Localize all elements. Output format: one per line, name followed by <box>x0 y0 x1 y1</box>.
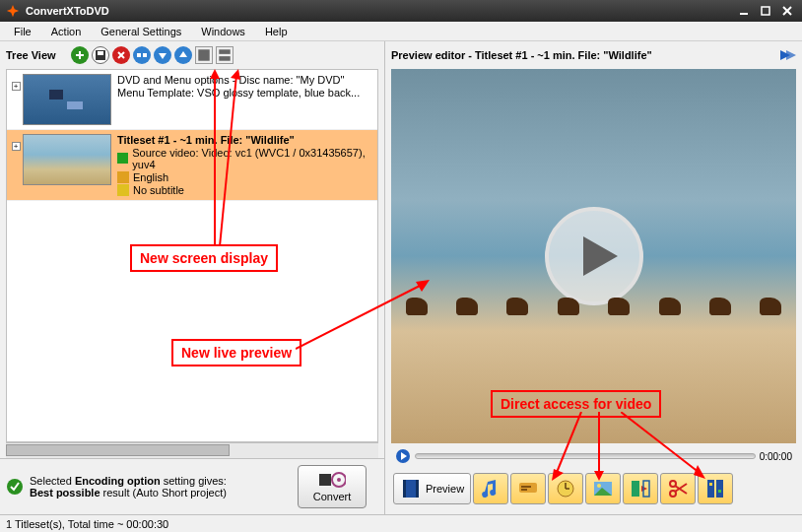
svg-marker-13 <box>159 53 167 59</box>
svg-marker-29 <box>583 236 618 276</box>
dvdmenu-line2: Menu Template: VSO glossy template, blue… <box>117 87 375 99</box>
svg-rect-24 <box>319 474 331 486</box>
dvdmenu-thumbnail <box>23 74 111 125</box>
tree-row-dvdmenu[interactable]: + DVD and Menu options - Disc name: "My … <box>7 70 377 130</box>
clock-icon <box>555 478 576 499</box>
svg-rect-33 <box>403 480 406 498</box>
video-icon <box>117 153 128 165</box>
tree-row-titleset[interactable]: + Titleset #1 - ~1 min. File: "Wildlife"… <box>7 130 377 201</box>
minimize-button[interactable] <box>735 4 753 18</box>
seek-bar[interactable] <box>415 453 756 459</box>
tab-chapter[interactable] <box>548 473 583 504</box>
svg-point-26 <box>337 478 341 482</box>
titlebar: ConvertXToDVD <box>0 0 802 22</box>
svg-point-42 <box>597 484 601 488</box>
titleset-thumbnail <box>23 134 111 185</box>
svg-rect-11 <box>137 53 141 57</box>
preview-header: Preview editor - Titleset #1 - ~1 min. F… <box>385 41 802 69</box>
tree-body: + DVD and Menu options - Disc name: "My … <box>6 69 378 442</box>
svg-rect-37 <box>521 489 527 491</box>
tab-image[interactable] <box>585 473 621 504</box>
check-icon <box>6 478 24 496</box>
expand-toggle[interactable]: + <box>9 74 23 125</box>
play-overlay-button[interactable] <box>545 207 643 305</box>
status-area: Selected Encoding option setting gives: … <box>0 458 384 514</box>
svg-rect-36 <box>521 486 531 488</box>
video-content <box>391 298 796 323</box>
dvdmenu-line1: DVD and Menu options - Disc name: "My DV… <box>117 74 375 86</box>
svg-rect-51 <box>707 480 714 498</box>
output-icon <box>630 478 651 499</box>
tab-cut[interactable] <box>660 473 696 504</box>
move-down-button[interactable] <box>154 46 171 64</box>
menu-windows[interactable]: Windows <box>191 24 255 39</box>
svg-marker-28 <box>786 50 796 60</box>
close-button[interactable] <box>778 4 796 18</box>
convert-button[interactable]: Convert <box>298 465 367 508</box>
titleset-title: Titleset #1 - ~1 min. File: "Wildlife" <box>117 134 375 146</box>
tab-preview[interactable]: Preview <box>393 473 471 504</box>
svg-rect-52 <box>716 480 723 498</box>
app-logo-icon <box>6 4 20 18</box>
svg-rect-12 <box>143 53 147 57</box>
play-icon <box>578 236 618 276</box>
treeview-label: Tree View <box>6 49 56 61</box>
svg-rect-54 <box>718 490 721 493</box>
svg-rect-34 <box>416 480 419 498</box>
status-text: Selected Encoding option setting gives: … <box>30 475 286 499</box>
menubar: File Action General Settings Windows Hel… <box>0 22 802 41</box>
add-button[interactable] <box>71 46 89 64</box>
svg-rect-18 <box>49 90 63 100</box>
svg-marker-45 <box>641 486 647 492</box>
tree-scrollbar[interactable] <box>6 442 378 458</box>
subtitle-icon <box>117 184 129 196</box>
delete-button[interactable] <box>112 46 130 64</box>
titleset-source: Source video: Video: vc1 (WVC1 / 0x31435… <box>132 147 375 170</box>
save-button[interactable] <box>92 46 109 64</box>
tab-preview-label: Preview <box>426 483 464 495</box>
titleset-lang: English <box>133 171 168 183</box>
merge-button[interactable] <box>133 46 151 64</box>
svg-rect-17 <box>219 56 230 61</box>
convert-icon <box>318 471 346 489</box>
music-icon <box>480 478 501 499</box>
tab-output[interactable] <box>623 473 658 504</box>
svg-rect-8 <box>98 51 103 55</box>
titleset-sub: No subtitle <box>133 184 184 196</box>
tab-merge[interactable] <box>698 473 733 504</box>
audio-icon <box>117 171 129 183</box>
editor-tabs: Preview <box>391 469 796 508</box>
menu-help[interactable]: Help <box>255 24 298 39</box>
next-icon[interactable] <box>778 47 796 63</box>
treeview-toolbar: Tree View <box>0 41 384 69</box>
convert-label: Convert <box>313 491 352 502</box>
film-icon <box>400 478 422 499</box>
image-icon <box>592 478 614 499</box>
time-display: 0:00:00 <box>760 451 792 462</box>
svg-rect-2 <box>762 7 769 15</box>
tab-audio[interactable] <box>473 473 508 504</box>
menu-action[interactable]: Action <box>41 24 92 39</box>
filmstrip-icon <box>704 478 726 499</box>
statusbar-text: 1 Titleset(s), Total time ~ 00:00:30 <box>6 518 168 530</box>
play-button[interactable] <box>395 448 411 464</box>
svg-rect-16 <box>219 49 230 54</box>
video-frame[interactable] <box>391 69 796 443</box>
playback-bar: 0:00:00 <box>391 445 796 467</box>
tab-subtitle[interactable] <box>510 473 546 504</box>
expand-toggle[interactable]: + <box>9 134 23 196</box>
svg-rect-19 <box>67 101 83 109</box>
menu-file[interactable]: File <box>4 24 41 39</box>
maximize-button[interactable] <box>757 4 774 18</box>
view-mode-1-button[interactable] <box>195 46 213 64</box>
window-title: ConvertXToDVD <box>26 5 731 17</box>
move-up-button[interactable] <box>174 46 192 64</box>
view-mode-2-button[interactable] <box>216 46 234 64</box>
svg-rect-21 <box>117 171 129 183</box>
menu-general-settings[interactable]: General Settings <box>91 24 191 39</box>
preview-body <box>391 69 796 443</box>
svg-rect-53 <box>709 483 712 486</box>
svg-rect-44 <box>632 481 639 497</box>
statusbar: 1 Titleset(s), Total time ~ 00:00:30 <box>0 514 802 532</box>
preview-title: Preview editor - Titleset #1 - ~1 min. F… <box>391 49 778 61</box>
